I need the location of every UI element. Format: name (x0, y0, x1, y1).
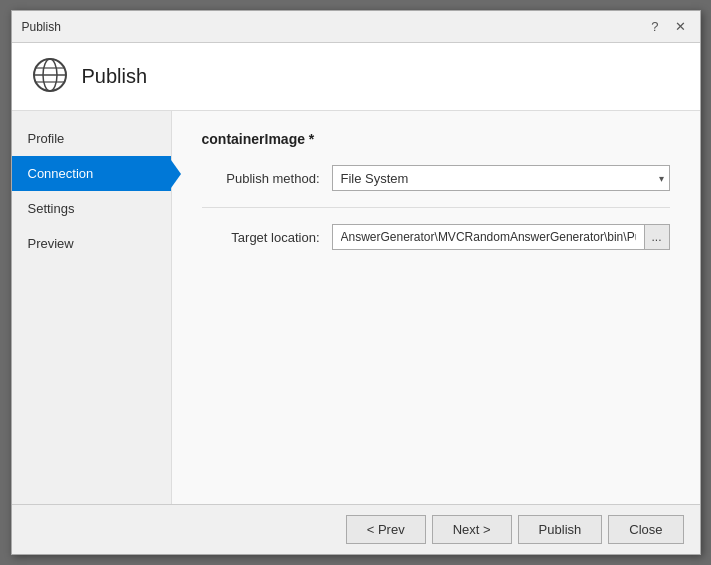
content: Profile Connection Settings Preview cont… (12, 111, 700, 504)
close-window-button[interactable]: ✕ (671, 20, 690, 33)
globe-icon (32, 57, 68, 96)
header: Publish (12, 43, 700, 111)
title-bar-left: Publish (22, 20, 61, 34)
main-content: containerImage * Publish method: File Sy… (172, 111, 700, 504)
title-bar-right: ? ✕ (647, 20, 689, 33)
title-bar-title: Publish (22, 20, 61, 34)
next-button[interactable]: Next > (432, 515, 512, 544)
divider (202, 207, 670, 208)
publish-method-control: File System FTP Web Deploy ▾ (332, 165, 670, 191)
publish-button[interactable]: Publish (518, 515, 603, 544)
sidebar: Profile Connection Settings Preview (12, 111, 172, 504)
prev-button[interactable]: < Prev (346, 515, 426, 544)
header-title: Publish (82, 65, 148, 88)
browse-button[interactable]: ... (644, 224, 670, 250)
close-button[interactable]: Close (608, 515, 683, 544)
title-bar: Publish ? ✕ (12, 11, 700, 43)
footer: < Prev Next > Publish Close (12, 504, 700, 554)
target-input-wrapper: ... (332, 224, 670, 250)
target-location-label: Target location: (202, 230, 332, 245)
publish-method-row: Publish method: File System FTP Web Depl… (202, 165, 670, 191)
publish-method-label: Publish method: (202, 171, 332, 186)
section-title: containerImage * (202, 131, 670, 147)
sidebar-item-profile[interactable]: Profile (12, 121, 171, 156)
sidebar-item-settings[interactable]: Settings (12, 191, 171, 226)
target-location-input[interactable] (332, 224, 644, 250)
publish-method-select-wrapper: File System FTP Web Deploy ▾ (332, 165, 670, 191)
sidebar-item-preview[interactable]: Preview (12, 226, 171, 261)
publish-method-select[interactable]: File System FTP Web Deploy (332, 165, 670, 191)
publish-dialog: Publish ? ✕ Publish Profile Conn (11, 10, 701, 555)
help-button[interactable]: ? (647, 20, 662, 33)
sidebar-item-connection[interactable]: Connection (12, 156, 171, 191)
target-location-row: Target location: ... (202, 224, 670, 250)
